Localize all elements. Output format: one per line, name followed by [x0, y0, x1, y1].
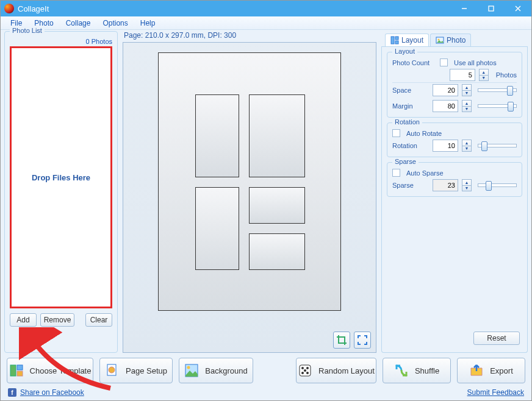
auto-rotate-label: Auto Rotate [406, 130, 442, 137]
margin-label: Margin [392, 102, 429, 110]
rotation-input[interactable]: 10 [433, 140, 458, 152]
right-tabs: Layout Photo [381, 31, 528, 47]
auto-rotate-checkbox[interactable] [392, 129, 400, 137]
shuffle-button[interactable]: Shuffle [383, 358, 451, 383]
svg-rect-1 [489, 6, 494, 11]
svg-rect-10 [17, 365, 23, 370]
add-button[interactable]: Add [10, 313, 37, 327]
maximize-button[interactable] [478, 1, 505, 16]
layout-group: Layout Photo Count Use all photos 5 ▲▼ P… [387, 52, 522, 118]
dropzone-text: Drop Files Here [32, 173, 90, 182]
svg-rect-5 [395, 37, 398, 40]
sparse-label: Sparse [392, 182, 429, 189]
share-facebook-link[interactable]: Share on Facebook [20, 388, 84, 397]
clear-button[interactable]: Clear [85, 313, 112, 327]
svg-point-13 [109, 367, 115, 373]
remove-button[interactable]: Remove [40, 313, 74, 327]
photo-slot[interactable] [195, 94, 239, 177]
menu-help[interactable]: Help [134, 18, 162, 29]
svg-point-17 [301, 367, 304, 369]
svg-rect-9 [10, 365, 16, 376]
space-input[interactable]: 20 [433, 84, 458, 96]
app-title: CollageIt [18, 4, 49, 13]
page-setup-button[interactable]: Page Setup [99, 358, 173, 383]
photo-slot[interactable] [249, 94, 305, 177]
submit-feedback-link[interactable]: Submit Feedback [467, 388, 524, 397]
rotation-group: Rotation Auto Rotate Rotation 10 ▲▼ [387, 122, 522, 157]
menu-options[interactable]: Options [96, 18, 134, 29]
tab-photo[interactable]: Photo [430, 34, 471, 46]
svg-point-21 [306, 372, 309, 374]
background-icon [184, 363, 199, 378]
space-spinner[interactable]: ▲▼ [462, 84, 472, 96]
photo-count-label: Photo Count [392, 59, 436, 66]
facebook-icon: f [8, 388, 16, 397]
svg-point-20 [301, 372, 304, 374]
use-all-photos-label: Use all photos [454, 59, 497, 66]
canvas-area [123, 42, 376, 353]
photo-list-title: Photo List [10, 27, 45, 34]
app-logo-icon [4, 4, 14, 13]
export-icon [469, 363, 484, 378]
random-layout-button[interactable]: Random Layout [296, 358, 376, 383]
rotation-slider[interactable] [478, 144, 517, 147]
menu-bar: File Photo Collage Options Help [1, 16, 531, 30]
dice-icon [298, 363, 312, 378]
layout-icon [390, 36, 399, 44]
margin-spinner[interactable]: ▲▼ [462, 100, 472, 112]
minimize-button[interactable] [451, 1, 478, 16]
menu-collage[interactable]: Collage [60, 18, 97, 29]
use-all-photos-checkbox[interactable] [440, 59, 448, 66]
photo-count-input[interactable]: 5 [450, 69, 475, 81]
sparse-group: Sparse Auto Sparse Sparse 23 ▲▼ [387, 162, 522, 197]
photo-icon [436, 36, 444, 44]
photo-dropzone[interactable]: Drop Files Here [10, 46, 112, 308]
footer: f Share on Facebook Submit Feedback [1, 386, 531, 401]
rotation-group-title: Rotation [392, 118, 422, 126]
photo-slot[interactable] [195, 187, 239, 270]
svg-rect-4 [391, 37, 394, 44]
svg-point-15 [187, 366, 190, 369]
photo-count-label: 0 Photos [10, 38, 112, 45]
close-button[interactable] [505, 1, 531, 16]
tab-layout[interactable]: Layout [385, 34, 429, 46]
crop-tool-button[interactable] [333, 332, 350, 349]
sparse-group-title: Sparse [392, 158, 419, 165]
margin-slider[interactable] [478, 104, 517, 108]
auto-sparse-label: Auto Sparse [406, 169, 444, 177]
space-slider[interactable] [478, 88, 517, 92]
reset-button[interactable]: Reset [473, 332, 520, 345]
rotation-label: Rotation [392, 142, 429, 149]
auto-sparse-checkbox[interactable] [392, 169, 400, 177]
photo-slot[interactable] [249, 187, 305, 224]
margin-input[interactable]: 80 [433, 100, 458, 112]
space-label: Space [392, 87, 429, 94]
svg-rect-6 [395, 41, 398, 44]
page-setup-icon [105, 363, 120, 378]
svg-point-19 [304, 369, 306, 372]
fullscreen-tool-button[interactable] [354, 332, 371, 349]
shuffle-icon [394, 363, 409, 378]
sparse-slider[interactable] [478, 183, 517, 187]
photos-suffix: Photos [496, 71, 517, 79]
collage-page[interactable] [158, 52, 341, 311]
sparse-spinner[interactable]: ▲▼ [462, 179, 472, 191]
svg-rect-11 [17, 371, 23, 376]
svg-point-18 [306, 367, 309, 369]
export-button[interactable]: Export [457, 358, 525, 383]
photo-list-group: Photo List 0 Photos Drop Files Here Add … [4, 31, 118, 353]
page-info-label: Page: 210.0 x 297.0 mm, DPI: 300 [124, 31, 379, 40]
photo-count-spinner[interactable]: ▲▼ [479, 69, 489, 81]
choose-template-button[interactable]: Choose Template [7, 358, 93, 383]
layout-group-title: Layout [392, 48, 417, 55]
background-button[interactable]: Background [179, 358, 253, 383]
rotation-spinner[interactable]: ▲▼ [462, 140, 472, 152]
title-bar: CollageIt [1, 1, 531, 16]
sparse-input[interactable]: 23 [433, 179, 458, 191]
template-icon [9, 363, 24, 378]
bottom-toolbar: Choose Template Page Setup Background Ra… [1, 353, 531, 386]
photo-slot[interactable] [249, 233, 305, 270]
